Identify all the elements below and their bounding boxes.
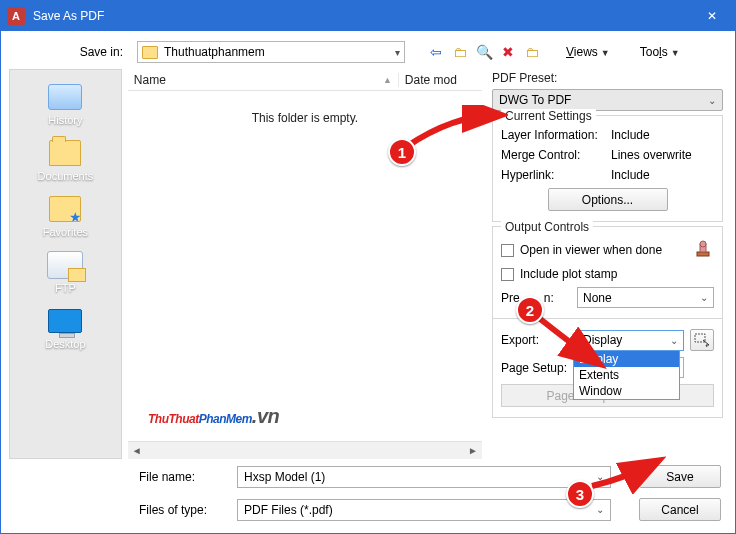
save-as-pdf-window: A Save As PDF ✕ Save in: Thuthuatphanmem… — [0, 0, 736, 534]
options-button[interactable]: Options... — [548, 188, 668, 211]
sidebar-item-label: Desktop — [45, 338, 85, 350]
chevron-down-icon: ⌄ — [596, 504, 604, 515]
chevron-down-icon: ▼ — [601, 48, 610, 58]
views-menu[interactable]: VViewsiews▼ — [561, 42, 615, 62]
save-in-row: Save in: Thuthuatphanmem ▾ ⇦ 🗀 🔍 ✖ 🗀 VVi… — [9, 41, 727, 69]
new-folder-icon[interactable]: 🗀 — [523, 43, 541, 61]
sidebar-item-label: FTP — [55, 282, 76, 294]
merge-control-label: Merge Control: — [501, 148, 611, 162]
sidebar-item-label: Documents — [38, 170, 94, 182]
precision-value: None — [583, 291, 612, 305]
close-icon: ✕ — [707, 9, 717, 23]
include-plot-stamp-label: Include plot stamp — [520, 267, 617, 281]
export-value: Display — [583, 333, 622, 347]
desktop-icon — [48, 309, 82, 333]
window-select-button[interactable] — [690, 329, 714, 351]
tools-menu[interactable]: Tools▼ — [635, 42, 685, 62]
scroll-left-icon[interactable]: ◄ — [128, 443, 146, 459]
export-option-window[interactable]: Window — [574, 383, 679, 399]
empty-folder-message: This folder is empty. — [128, 91, 482, 125]
titlebar: A Save As PDF ✕ — [1, 1, 735, 31]
sidebar-item-ftp[interactable]: FTP — [10, 244, 121, 296]
svg-point-2 — [700, 241, 706, 247]
precision-dropdown[interactable]: None ⌄ — [577, 287, 714, 308]
output-controls-title: Output Controls — [501, 220, 593, 234]
hyperlink-label: Hyperlink: — [501, 168, 611, 182]
open-in-viewer-checkbox[interactable] — [501, 244, 514, 257]
chevron-down-icon: ▼ — [671, 48, 680, 58]
file-name-value: Hxsp Model (1) — [244, 470, 325, 484]
sidebar-item-desktop[interactable]: Desktop — [10, 300, 121, 352]
sidebar-item-history[interactable]: History — [10, 76, 121, 128]
file-name-input[interactable]: Hxsp Model (1) ⌄ — [237, 466, 611, 488]
save-in-dropdown[interactable]: Thuthuatphanmem ▾ — [137, 41, 405, 63]
folder-icon — [142, 46, 158, 59]
column-date[interactable]: Date mod — [398, 73, 482, 87]
pdf-preset-value: DWG To PDF — [499, 93, 571, 107]
files-of-type-label: Files of type: — [139, 503, 229, 517]
history-icon — [48, 84, 82, 110]
export-label: Export: — [501, 333, 571, 347]
layer-info-value: Include — [611, 128, 650, 142]
up-folder-icon[interactable]: 🗀 — [451, 43, 469, 61]
svg-rect-0 — [697, 252, 709, 256]
current-settings-title: Current Settings — [501, 109, 596, 123]
column-name[interactable]: Name▲ — [128, 73, 398, 87]
export-dropdown[interactable]: Display ⌄ — [577, 330, 684, 351]
export-dropdown-list[interactable]: Display Extents Window — [573, 350, 680, 400]
sidebar-item-label: Favorites — [43, 226, 88, 238]
plot-stamp-settings-icon[interactable] — [692, 239, 714, 261]
favorites-icon — [49, 196, 81, 222]
chevron-down-icon: ⌄ — [700, 292, 708, 303]
output-controls-group: Output Controls Open in viewer when done… — [492, 226, 723, 418]
scroll-right-icon[interactable]: ► — [464, 443, 482, 459]
watermark: ThuThuatPhanMem.vn — [148, 402, 279, 429]
chevron-down-icon: ▾ — [395, 47, 400, 58]
sidebar-item-label: History — [48, 114, 82, 126]
pdf-preset-dropdown[interactable]: DWG To PDF ⌄ — [492, 89, 723, 111]
places-sidebar: History Documents Favorites FTP Desktop — [9, 69, 122, 459]
autocad-app-icon: A — [7, 7, 25, 25]
save-in-label: Save in: — [9, 45, 129, 59]
sidebar-item-favorites[interactable]: Favorites — [10, 188, 121, 240]
open-in-viewer-label: Open in viewer when done — [520, 243, 662, 257]
hyperlink-value: Include — [611, 168, 650, 182]
chevron-down-icon: ⌄ — [708, 95, 716, 106]
pdf-preset-label: PDF Preset: — [492, 71, 723, 85]
files-of-type-dropdown[interactable]: PDF Files (*.pdf) ⌄ — [237, 499, 611, 521]
precision-label: Precision: — [501, 291, 571, 305]
current-settings-group: Current Settings Layer Information:Inclu… — [492, 115, 723, 222]
ftp-icon — [47, 251, 83, 279]
search-web-icon[interactable]: 🔍 — [475, 43, 493, 61]
close-button[interactable]: ✕ — [689, 1, 735, 31]
save-button[interactable]: Save — [639, 465, 721, 488]
horizontal-scrollbar[interactable]: ◄ ► — [128, 441, 482, 459]
back-icon[interactable]: ⇦ — [427, 43, 445, 61]
merge-control-value: Lines overwrite — [611, 148, 692, 162]
delete-icon[interactable]: ✖ — [499, 43, 517, 61]
layer-info-label: Layer Information: — [501, 128, 611, 142]
page-setup-label: Page Setup: — [501, 361, 571, 375]
files-of-type-value: PDF Files (*.pdf) — [244, 503, 333, 517]
file-list-header: Name▲ Date mod — [128, 69, 482, 91]
save-in-value: Thuthuatphanmem — [164, 45, 265, 59]
pdf-options-panel: PDF Preset: DWG To PDF ⌄ Current Setting… — [488, 69, 727, 459]
file-name-label: File name: — [139, 470, 229, 484]
window-title: Save As PDF — [33, 9, 104, 23]
export-option-extents[interactable]: Extents — [574, 367, 679, 383]
export-option-display[interactable]: Display — [574, 351, 679, 367]
documents-icon — [49, 140, 81, 166]
window-select-icon — [694, 333, 710, 347]
chevron-down-icon: ⌄ — [596, 471, 604, 482]
cancel-button[interactable]: Cancel — [639, 498, 721, 521]
include-plot-stamp-checkbox[interactable] — [501, 268, 514, 281]
sort-asc-icon: ▲ — [383, 75, 392, 85]
file-list[interactable]: Name▲ Date mod This folder is empty. — [128, 69, 482, 441]
sidebar-item-documents[interactable]: Documents — [10, 132, 121, 184]
chevron-down-icon: ⌄ — [670, 335, 678, 346]
